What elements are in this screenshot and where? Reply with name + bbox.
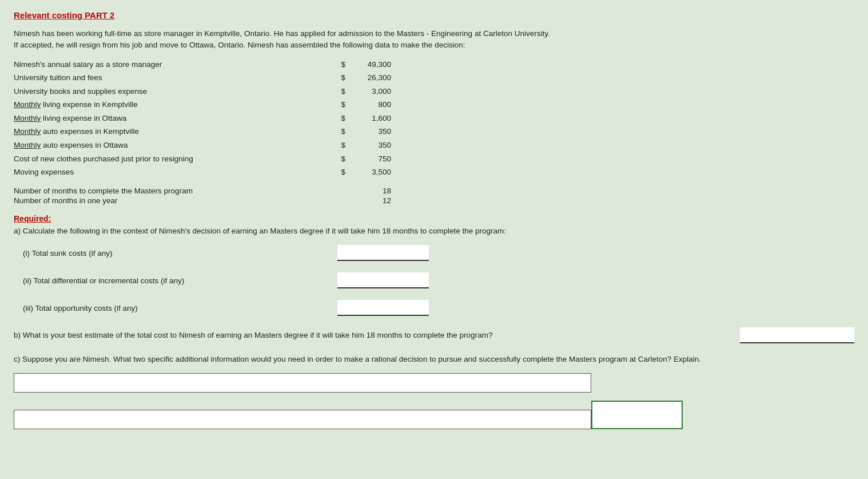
data-row: University books and supplies expense $ … xyxy=(14,85,854,98)
data-dollar: $ xyxy=(311,58,345,71)
data-row: Monthly living expense in Kemptville $ 8… xyxy=(14,98,854,111)
data-value: 350 xyxy=(345,139,391,152)
question-a-text: a) Calculate the following in the contex… xyxy=(14,225,854,237)
data-row: Moving expenses $ 3,500 xyxy=(14,166,854,179)
data-label: Monthly auto expenses in Kemptville xyxy=(14,125,311,138)
data-dollar: $ xyxy=(311,85,345,98)
sub-question-iii-label: (iii) Total opportunity costs (if any) xyxy=(23,304,337,312)
data-value: 3,500 xyxy=(345,166,391,179)
months-value: 18 xyxy=(311,187,391,195)
intro-section: Nimesh has been working full-time as sto… xyxy=(14,28,854,52)
data-label: Monthly auto expenses in Ottawa xyxy=(14,139,311,152)
data-dollar: $ xyxy=(311,112,345,125)
data-value: 3,000 xyxy=(345,85,391,98)
data-value: 26,300 xyxy=(345,72,391,84)
data-value: 800 xyxy=(345,98,391,111)
data-label: University books and supplies expense xyxy=(14,85,311,98)
data-value: 350 xyxy=(345,125,391,138)
data-label: Nimesh's annual salary as a store manage… xyxy=(14,58,311,71)
months-row: Number of months in one year 12 xyxy=(14,196,854,205)
data-label: University tuition and fees xyxy=(14,72,311,84)
data-dollar: $ xyxy=(311,139,345,152)
data-row: Nimesh's annual salary as a store manage… xyxy=(14,58,854,71)
months-value: 12 xyxy=(311,196,391,205)
answer-input-iii[interactable] xyxy=(337,300,429,316)
data-dollar: $ xyxy=(311,125,345,138)
data-label: Cost of new clothes purchased just prior… xyxy=(14,153,311,165)
data-row: Monthly living expense in Ottawa $ 1,600 xyxy=(14,112,854,125)
long-answer-input-c1[interactable] xyxy=(14,373,591,393)
side-box xyxy=(591,401,683,429)
sub-question-ii-label: (ii) Total differential or incremental c… xyxy=(23,276,337,285)
data-dollar: $ xyxy=(311,72,345,84)
page-title: Relevant costing PART 2 xyxy=(14,10,854,20)
sub-question-i: (i) Total sunk costs (if any) xyxy=(23,245,854,261)
data-dollar: $ xyxy=(311,98,345,111)
months-label: Number of months in one year xyxy=(14,196,311,205)
data-label: Moving expenses xyxy=(14,166,311,179)
intro-line2: If accepted, he will resign from his job… xyxy=(14,39,854,51)
question-b-text: b) What is your best estimate of the tot… xyxy=(14,330,728,341)
answer-input-i[interactable] xyxy=(337,245,429,261)
months-label: Number of months to complete the Masters… xyxy=(14,187,311,195)
intro-line1: Nimesh has been working full-time as sto… xyxy=(14,28,854,39)
data-value: 1,600 xyxy=(345,112,391,125)
data-table: Nimesh's annual salary as a store manage… xyxy=(14,58,854,205)
data-dollar: $ xyxy=(311,153,345,165)
answer-input-b[interactable] xyxy=(740,327,854,343)
sub-question-ii: (ii) Total differential or incremental c… xyxy=(23,272,854,288)
long-answer-input-c2[interactable] xyxy=(14,410,591,429)
last-answer-row xyxy=(14,401,854,429)
data-row: University tuition and fees $ 26,300 xyxy=(14,72,854,84)
data-value: 49,300 xyxy=(345,58,391,71)
question-b: b) What is your best estimate of the tot… xyxy=(14,327,854,343)
data-label: Monthly living expense in Kemptville xyxy=(14,98,311,111)
sub-question-iii: (iii) Total opportunity costs (if any) xyxy=(23,300,854,316)
answer-input-ii[interactable] xyxy=(337,272,429,288)
data-value: 750 xyxy=(345,153,391,165)
data-label: Monthly living expense in Ottawa xyxy=(14,112,311,125)
months-row: Number of months to complete the Masters… xyxy=(14,187,854,195)
data-dollar: $ xyxy=(311,166,345,179)
data-row: Monthly auto expenses in Kemptville $ 35… xyxy=(14,125,854,138)
data-row: Monthly auto expenses in Ottawa $ 350 xyxy=(14,139,854,152)
question-c-text: c) Suppose you are Nimesh. What two spec… xyxy=(14,354,854,365)
required-label: Required: xyxy=(14,214,854,223)
sub-question-i-label: (i) Total sunk costs (if any) xyxy=(23,249,337,258)
data-row: Cost of new clothes purchased just prior… xyxy=(14,153,854,165)
